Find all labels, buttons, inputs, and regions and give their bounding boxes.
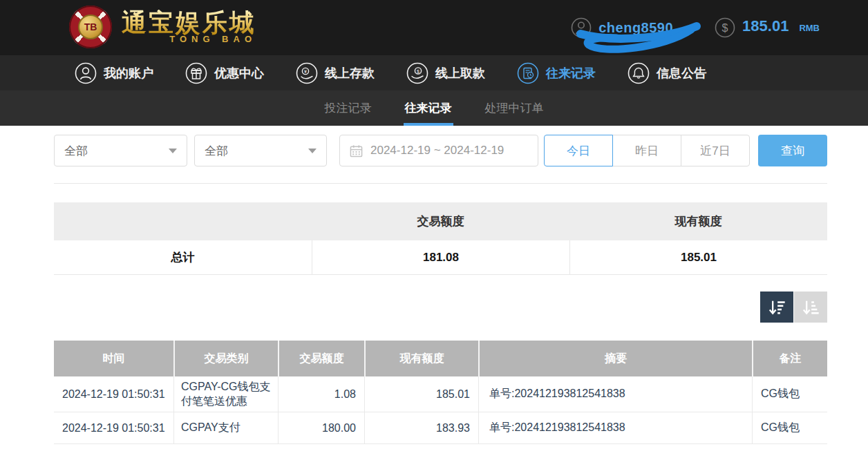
col-summary: 摘要 — [478, 341, 752, 376]
summary-empty-header — [54, 202, 312, 240]
cell-time: 2024-12-19 01:50:31 — [54, 412, 173, 443]
summary-header-row: 交易额度 现有额度 — [54, 202, 827, 240]
col-type: 交易类别 — [173, 341, 278, 376]
summary-total-label: 总计 — [54, 240, 312, 274]
site-logo[interactable]: TB 通宝娱乐城 TONG BAO — [69, 6, 256, 48]
cell-balance: 183.93 — [364, 412, 478, 443]
svg-text:¥: ¥ — [304, 69, 307, 74]
summary-total-balance: 185.01 — [569, 240, 827, 274]
cell-remark: CG钱包 — [752, 412, 827, 443]
search-button[interactable]: 查询 — [758, 135, 827, 166]
record-tabs: 投注记录 往来记录 处理中订单 — [0, 90, 868, 126]
chevron-down-icon — [308, 149, 317, 153]
cell-summary: 单号:202412193812541838 — [478, 376, 752, 412]
username: cheng8590 — [598, 20, 673, 35]
cell-time: 2024-12-19 01:50:31 — [54, 376, 173, 412]
type-dropdown[interactable]: 全部 — [194, 135, 327, 166]
balance-amount: 185.01 — [742, 17, 789, 35]
withdraw-icon: $ — [406, 62, 428, 84]
col-balance: 现有额度 — [364, 341, 478, 376]
cell-trade-amount: 1.08 — [278, 376, 364, 412]
col-time: 时间 — [54, 341, 173, 376]
balance-currency: RMB — [799, 23, 820, 33]
summary-table: 交易额度 现有额度 总计 181.08 185.01 — [54, 202, 827, 275]
col-remark: 备注 — [752, 341, 827, 376]
cell-type: CGPAY-CG钱包支付笔笔送优惠 — [173, 376, 278, 412]
nav-transaction-records[interactable]: 往来记录 — [517, 62, 596, 84]
user-avatar-icon — [571, 17, 592, 38]
nav-promotions[interactable]: 优惠中心 — [185, 62, 264, 84]
filter-row: 全部 全部 2024-12-19 ~ 2024-12-19 今日 — [54, 135, 827, 166]
table-header-row: 时间 交易类别 交易额度 现有额度 摘要 备注 — [54, 341, 827, 376]
deposit-icon: ¥ — [296, 62, 318, 84]
table-row: 2024-12-19 01:50:31 CGPAY支付 180.00 183.9… — [54, 412, 827, 444]
cell-type: CGPAY支付 — [173, 412, 278, 443]
table-row: 2024-12-19 01:50:31 CGPAY-CG钱包支付笔笔送优惠 1.… — [54, 376, 827, 412]
sort-descending-icon — [766, 298, 787, 317]
nav-my-account[interactable]: 我的账户 — [75, 62, 153, 84]
user-block[interactable]: cheng8590 — [571, 17, 673, 38]
site-subtitle: TONG BAO — [169, 34, 256, 44]
section-divider — [54, 183, 827, 184]
cell-balance: 185.01 — [364, 376, 478, 412]
gift-icon — [185, 62, 207, 84]
sort-controls — [54, 292, 827, 323]
main-content: 全部 全部 2024-12-19 ~ 2024-12-19 今日 — [54, 135, 827, 444]
chevron-down-icon — [169, 149, 177, 153]
cell-trade-amount: 180.00 — [278, 412, 364, 443]
account-icon — [75, 62, 97, 84]
summary-total-trade: 181.08 — [312, 240, 569, 274]
poker-chip-icon: TB — [69, 6, 112, 48]
col-trade-amount: 交易额度 — [278, 341, 364, 376]
site-title: 通宝娱乐城 — [122, 10, 256, 36]
cell-summary: 单号:202412193812541838 — [478, 412, 752, 443]
svg-text:$: $ — [417, 68, 419, 73]
last-7-days-button[interactable]: 近7日 — [681, 135, 750, 166]
sort-descending-button[interactable] — [760, 292, 793, 323]
chip-label: TB — [78, 15, 103, 39]
top-header: TB 通宝娱乐城 TONG BAO cheng8590 — [0, 0, 868, 55]
nav-announcements[interactable]: 信息公告 — [628, 62, 706, 84]
sort-ascending-button[interactable] — [794, 292, 827, 323]
balance-block[interactable]: $ 185.01 RMB — [715, 17, 820, 38]
nav-deposit[interactable]: ¥ 线上存款 — [296, 62, 375, 84]
tab-transaction-records[interactable]: 往来记录 — [404, 90, 453, 126]
date-range-value: 2024-12-19 ~ 2024-12-19 — [370, 144, 504, 157]
yesterday-button[interactable]: 昨日 — [612, 135, 681, 166]
dollar-icon: $ — [715, 17, 735, 38]
summary-total-row: 总计 181.08 185.01 — [54, 240, 827, 275]
bell-icon — [628, 62, 650, 84]
active-tab-underline — [404, 123, 453, 126]
header-account-area: cheng8590 $ 185.01 RMB — [571, 0, 820, 55]
quick-date-group: 今日 昨日 近7日 — [544, 135, 750, 166]
svg-text:$: $ — [722, 22, 728, 34]
summary-col-trade: 交易额度 — [312, 202, 569, 240]
main-nav: 我的账户 优惠中心 ¥ 线上存款 $ 线上取款 — [0, 55, 868, 90]
nav-withdraw[interactable]: $ 线上取款 — [406, 62, 485, 84]
records-icon — [517, 62, 539, 84]
tab-bet-records[interactable]: 投注记录 — [323, 90, 373, 126]
calendar-icon — [350, 144, 363, 157]
transactions-table: 时间 交易类别 交易额度 现有额度 摘要 备注 2024-12-19 01:50… — [54, 341, 827, 444]
today-button[interactable]: 今日 — [544, 135, 613, 166]
tab-pending-orders[interactable]: 处理中订单 — [484, 90, 545, 126]
date-range-picker[interactable]: 2024-12-19 ~ 2024-12-19 — [339, 135, 538, 166]
summary-col-balance: 现有额度 — [569, 202, 827, 240]
cell-remark: CG钱包 — [752, 376, 827, 412]
sort-ascending-icon — [800, 298, 821, 317]
category-dropdown[interactable]: 全部 — [54, 135, 187, 166]
